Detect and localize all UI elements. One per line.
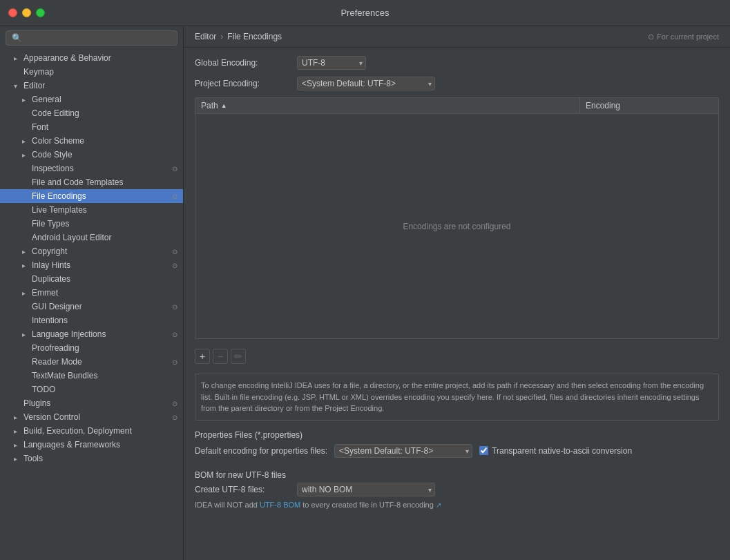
table-header: Path Encoding <box>195 98 718 114</box>
sidebar-item-label: Code Style <box>32 150 177 160</box>
sidebar-item-label: Language Injections <box>32 329 169 339</box>
sidebar-item-version-control[interactable]: Version Control ⊙ <box>0 410 183 424</box>
preferences-window: Preferences Appearance & Behavior Keymap <box>0 0 730 560</box>
sidebar-item-label: Proofreading <box>32 343 177 353</box>
sidebar-item-editor[interactable]: Editor <box>0 79 183 93</box>
sidebar-item-label: Copyright <box>32 247 169 256</box>
panel-header: Editor › File Encodings ⊙ For current pr… <box>184 26 730 48</box>
sidebar-item-emmet[interactable]: Emmet <box>0 286 183 300</box>
settings-icon: ⊙ <box>172 262 177 269</box>
sidebar-item-label: Reader Mode <box>32 357 169 367</box>
arrow-icon <box>22 289 30 297</box>
bom-select[interactable]: with NO BOM with BOM <box>297 483 435 496</box>
sidebar: Appearance & Behavior Keymap Editor Gene… <box>0 26 184 560</box>
arrow-icon <box>14 82 22 90</box>
settings-icon: ⊙ <box>172 248 177 255</box>
properties-section-title: Properties Files (*.properties) <box>195 430 719 440</box>
edit-encoding-button[interactable]: ✏ <box>231 349 246 364</box>
sidebar-item-label: Intentions <box>32 316 177 325</box>
project-encoding-select[interactable]: <System Default: UTF-8> <box>297 77 435 90</box>
sidebar-item-keymap[interactable]: Keymap <box>0 65 183 79</box>
settings-icon: ⊙ <box>172 165 177 173</box>
properties-encoding-select[interactable]: <System Default: UTF-8> <box>334 444 472 458</box>
sidebar-item-live-templates[interactable]: Live Templates <box>0 203 183 217</box>
sidebar-item-label: Code Editing <box>32 108 177 118</box>
for-current-project: ⊙ For current project <box>648 32 719 41</box>
sidebar-item-label: Build, Execution, Deployment <box>23 426 177 436</box>
sidebar-item-appearance[interactable]: Appearance & Behavior <box>0 51 183 65</box>
properties-encoding-select-wrapper: <System Default: UTF-8> <box>334 444 472 458</box>
sidebar-item-general[interactable]: General <box>0 93 183 106</box>
sidebar-item-gui-designer[interactable]: GUI Designer ⊙ <box>0 300 183 313</box>
sidebar-item-label: Version Control <box>23 412 169 422</box>
minimize-button[interactable] <box>22 8 31 17</box>
project-encoding-label: Project Encoding: <box>195 79 291 88</box>
sidebar-item-label: Android Layout Editor <box>32 233 177 242</box>
add-encoding-button[interactable]: + <box>195 349 210 364</box>
arrow-icon <box>22 137 30 145</box>
settings-icon: ⊙ <box>172 303 177 311</box>
sidebar-item-textmate-bundles[interactable]: TextMate Bundles <box>0 369 183 383</box>
sidebar-item-label: Plugins <box>23 398 169 408</box>
search-input[interactable] <box>6 30 177 46</box>
settings-tree: Appearance & Behavior Keymap Editor Gene… <box>0 50 183 467</box>
sidebar-item-tools[interactable]: Tools <box>0 452 183 465</box>
transparent-label-text: Transparent native-to-ascii conversion <box>492 446 632 456</box>
sidebar-item-label: File and Code Templates <box>32 177 177 187</box>
sidebar-item-languages-frameworks[interactable]: Languages & Frameworks <box>0 438 183 452</box>
window-title: Preferences <box>340 8 389 18</box>
sidebar-item-plugins[interactable]: Plugins ⊙ <box>0 396 183 410</box>
encoding-column-header[interactable]: Encoding <box>580 98 718 113</box>
sidebar-item-font[interactable]: Font <box>0 120 183 134</box>
sidebar-item-todo[interactable]: TODO <box>0 383 183 396</box>
sidebar-item-reader-mode[interactable]: Reader Mode ⊙ <box>0 355 183 369</box>
sidebar-item-android-layout[interactable]: Android Layout Editor <box>0 231 183 244</box>
info-text-content: To change encoding IntelliJ IDEA uses fo… <box>201 381 704 412</box>
sidebar-item-file-types[interactable]: File Types <box>0 217 183 231</box>
sidebar-item-label: Tools <box>23 454 177 463</box>
global-encoding-select-wrapper: UTF-8 <box>297 56 366 70</box>
transparent-checkbox[interactable] <box>479 446 488 455</box>
sidebar-item-copyright[interactable]: Copyright ⊙ <box>0 244 183 258</box>
utf8-bom-link[interactable]: UTF-8 BOM <box>260 501 300 509</box>
sidebar-item-proofreading[interactable]: Proofreading <box>0 341 183 355</box>
sidebar-item-code-style[interactable]: Code Style <box>0 148 183 162</box>
transparent-checkbox-label[interactable]: Transparent native-to-ascii conversion <box>479 446 632 456</box>
settings-icon: ⊙ <box>172 193 177 200</box>
main-content: Appearance & Behavior Keymap Editor Gene… <box>0 26 730 560</box>
sidebar-item-inlay-hints[interactable]: Inlay Hints ⊙ <box>0 258 183 272</box>
default-encoding-label: Default encoding for properties files: <box>195 446 327 456</box>
breadcrumb-current: File Encodings <box>227 32 282 41</box>
table-toolbar: + − ✏ <box>195 346 719 367</box>
arrow-icon <box>14 441 22 449</box>
sidebar-item-label: Color Scheme <box>32 136 177 146</box>
global-encoding-select[interactable]: UTF-8 <box>297 56 366 70</box>
sidebar-item-inspections[interactable]: Inspections ⊙ <box>0 162 183 175</box>
bom-section: BOM for new UTF-8 files Create UTF-8 fil… <box>195 467 719 509</box>
settings-icon: ⊙ <box>172 331 177 338</box>
sidebar-item-language-injections[interactable]: Language Injections ⊙ <box>0 327 183 341</box>
sidebar-item-duplicates[interactable]: Duplicates <box>0 272 183 286</box>
sidebar-item-file-code-templates[interactable]: File and Code Templates <box>0 175 183 189</box>
settings-icon: ⊙ <box>172 358 177 366</box>
arrow-icon <box>22 96 30 104</box>
close-button[interactable] <box>8 8 17 17</box>
traffic-lights <box>8 8 45 17</box>
path-column-header[interactable]: Path <box>195 98 580 113</box>
sidebar-item-color-scheme[interactable]: Color Scheme <box>0 134 183 148</box>
create-utf8-label: Create UTF-8 files: <box>195 485 291 494</box>
project-scope-icon: ⊙ <box>648 32 654 41</box>
maximize-button[interactable] <box>36 8 45 17</box>
sidebar-item-build-execution[interactable]: Build, Execution, Deployment <box>0 424 183 438</box>
remove-encoding-button[interactable]: − <box>213 349 228 364</box>
sidebar-item-label: Live Templates <box>32 205 177 215</box>
sidebar-item-intentions[interactable]: Intentions <box>0 313 183 327</box>
sidebar-item-label: TODO <box>32 385 177 394</box>
arrow-icon <box>22 151 30 159</box>
sidebar-item-file-encodings[interactable]: File Encodings ⊙ <box>0 189 183 203</box>
sidebar-item-label: Appearance & Behavior <box>23 53 177 63</box>
sidebar-item-label: File Encodings <box>32 191 169 201</box>
sidebar-item-code-editing[interactable]: Code Editing <box>0 106 183 120</box>
arrow-icon <box>14 455 22 463</box>
project-encoding-row: Project Encoding: <System Default: UTF-8… <box>195 77 719 90</box>
